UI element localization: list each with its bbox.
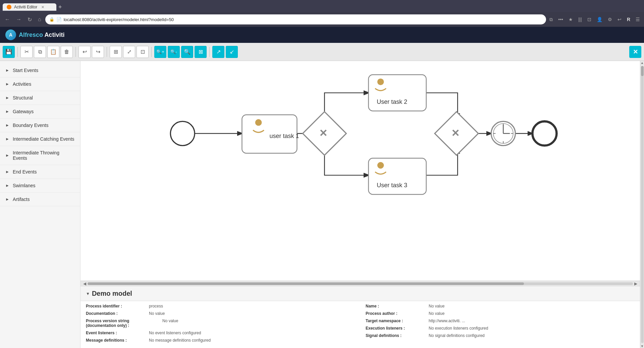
scroll-left-arrow[interactable]: ◀	[82, 281, 88, 286]
zoom-in-button[interactable]: 🔍+	[154, 46, 166, 58]
undo-button[interactable]: ↩	[78, 46, 91, 58]
undo-nav-icon[interactable]: ↩	[616, 16, 623, 23]
edge-type-2-button[interactable]: ↙	[226, 46, 238, 58]
chevron-right-icon: ►	[5, 82, 9, 86]
settings-icon[interactable]: ⚙	[606, 16, 613, 23]
forward-button[interactable]: →	[14, 16, 23, 23]
gateway-2-x: ✕	[451, 128, 460, 139]
zoom-reset-button[interactable]: 🔍	[181, 46, 193, 58]
close-button[interactable]: ✕	[629, 46, 641, 58]
cut-button[interactable]: ✂	[20, 46, 33, 58]
prop-label-target-namespace: Target namespace :	[366, 319, 426, 323]
sidebar-item-activities[interactable]: ► Activities	[0, 77, 80, 91]
prop-row-process-author: Process author : No value	[366, 311, 635, 316]
sidebar-item-label: Start Events	[13, 68, 38, 73]
tab-bar: Activiti Editor ✕ +	[0, 0, 644, 12]
scroll-down-arrow[interactable]: ▼	[639, 344, 644, 348]
scroll-right-arrow[interactable]: ▶	[633, 281, 639, 286]
account-icon[interactable]: R	[626, 16, 632, 23]
sidebar-item-label: Intermediate Throwing Events	[13, 150, 75, 161]
sidebar-item-gateways[interactable]: ► Gateways	[0, 105, 80, 119]
chevron-right-icon: ►	[5, 169, 9, 174]
prop-row-signal-defs: Signal definitions : No signal definitio…	[366, 333, 635, 338]
user-task-1-label: user task 1	[269, 133, 299, 139]
prop-value-process-author: No value	[429, 311, 444, 316]
select-button[interactable]: ⊡	[137, 46, 149, 58]
user-task-2-shape	[369, 75, 426, 111]
scroll-track-h	[88, 282, 633, 285]
delete-button[interactable]: 🗑	[61, 46, 73, 58]
prop-value-process-id: process	[149, 304, 163, 308]
toolbar: 💾 ✂ ⧉ 📋 🗑 ↩ ↪ ⊞ ⤢ ⊡ 🔍+ 🔍- 🔍 ⊠ ↗ ↙ ✕	[0, 43, 644, 61]
chevron-right-icon: ►	[5, 68, 9, 73]
back-button[interactable]: ←	[3, 16, 12, 23]
browser-nav: ← → ↻ ⌂ 🔒 📄 ⧉ ••• ★ ||| ⊡ 👤 ⚙ ↩ R ☰	[0, 12, 644, 27]
prop-label-process-author: Process author :	[366, 311, 426, 316]
sidebar-item-intermediate-throwing[interactable]: ► Intermediate Throwing Events	[0, 146, 80, 165]
collapse-icon[interactable]: ▼	[86, 291, 90, 296]
align-button[interactable]: ⊞	[110, 46, 122, 58]
library-icon[interactable]: |||	[577, 16, 583, 23]
vertical-scrollbar[interactable]: ▲ ▼	[640, 61, 644, 348]
chevron-right-icon: ►	[5, 197, 9, 202]
favicon	[7, 5, 11, 9]
scroll-thumb-h[interactable]	[88, 282, 524, 285]
new-tab-button[interactable]: +	[58, 4, 62, 11]
prop-value-execution-listeners: No execution listeners configured	[429, 326, 488, 331]
sidebar-item-start-events[interactable]: ► Start Events	[0, 64, 80, 77]
bookmark-icon[interactable]: ★	[567, 16, 574, 23]
redo-button[interactable]: ↪	[92, 46, 104, 58]
prop-value-version-string: No value	[162, 319, 178, 323]
reload-button[interactable]: ↻	[25, 16, 34, 23]
sidebar-item-label: Artifacts	[13, 197, 30, 202]
horizontal-scrollbar[interactable]: ◀ ▶	[80, 281, 640, 286]
bpmn-canvas[interactable]: user task 1 ✕ User task 2	[80, 61, 640, 281]
resize-button[interactable]: ⤢	[123, 46, 135, 58]
user-task-2-label: User task 2	[377, 98, 407, 105]
sidebar-item-structural[interactable]: ► Structural	[0, 91, 80, 105]
sidebar-item-boundary-events[interactable]: ► Boundary Events	[0, 119, 80, 132]
app-container: A Alfresco Activiti 💾 ✂ ⧉ 📋 🗑 ↩ ↪ ⊞ ⤢ ⊡ …	[0, 27, 644, 348]
sidebar: ► Start Events ► Activities ► Structural…	[0, 61, 80, 348]
sidebar-item-label: Structural	[13, 95, 33, 100]
prop-row-process-id: Process identifier : process	[86, 304, 355, 308]
toolbar-separator-1	[17, 47, 18, 57]
extensions-icon[interactable]: ⧉	[548, 16, 554, 23]
sync-icon[interactable]: ⊡	[586, 16, 593, 23]
prop-label-documentation: Documentation :	[86, 311, 146, 316]
prop-row-name: Name : No value	[366, 304, 635, 308]
properties-header: ▼ Demo model	[80, 286, 640, 301]
paste-button[interactable]: 📋	[47, 46, 59, 58]
prop-row-event-listeners: Event listeners : No event listeners con…	[86, 331, 355, 335]
sidebar-item-end-events[interactable]: ► End Events	[0, 165, 80, 179]
browser-tab-active[interactable]: Activiti Editor ✕	[3, 3, 56, 11]
toolbar-separator-2	[75, 47, 76, 57]
menu-dots-icon[interactable]: •••	[557, 16, 565, 23]
scroll-thumb-v[interactable]	[641, 66, 644, 76]
zoom-out-button[interactable]: 🔍-	[168, 46, 180, 58]
home-button[interactable]: ⌂	[36, 16, 43, 23]
address-bar[interactable]: 🔒 📄	[45, 14, 546, 24]
user-task-3-person-head	[377, 162, 384, 169]
properties-panel: ▼ Demo model Process identifier : proces…	[80, 286, 640, 348]
copy-button[interactable]: ⧉	[34, 46, 46, 58]
sidebar-item-intermediate-catching[interactable]: ► Intermediate Catching Events	[0, 132, 80, 146]
edge-type-1-button[interactable]: ↗	[212, 46, 224, 58]
prop-value-message-defs: No message definitions configured	[149, 338, 211, 343]
prop-value-documentation: No value	[149, 311, 165, 316]
sidebar-item-swimlanes[interactable]: ► Swimlanes	[0, 179, 80, 193]
app-logo: A Alfresco Activiti	[5, 29, 64, 40]
prop-row-message-defs: Message definitions : No message definit…	[86, 338, 355, 343]
profile-icon[interactable]: 👤	[595, 16, 604, 23]
url-input[interactable]	[64, 17, 542, 22]
hamburger-icon[interactable]: ☰	[634, 16, 641, 23]
toolbar-separator-3	[107, 47, 107, 57]
save-button[interactable]: 💾	[3, 46, 15, 58]
app-header: A Alfresco Activiti	[0, 27, 644, 43]
sidebar-item-artifacts[interactable]: ► Artifacts	[0, 193, 80, 206]
chevron-right-icon: ►	[5, 137, 9, 141]
logo-text: Alfresco Activiti	[19, 31, 64, 39]
close-tab-button[interactable]: ✕	[41, 5, 44, 9]
chevron-right-icon: ►	[5, 123, 9, 128]
fit-button[interactable]: ⊠	[195, 46, 207, 58]
